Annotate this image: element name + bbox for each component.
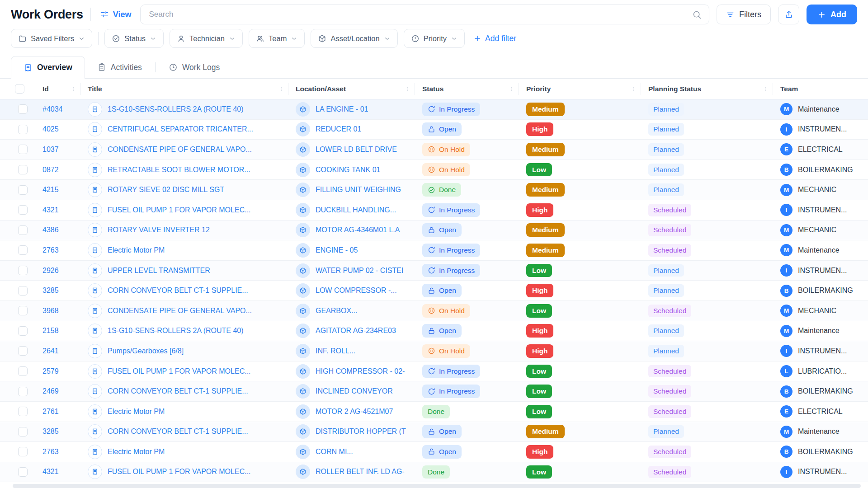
work-order-id-link[interactable]: 2641 xyxy=(42,347,59,355)
work-order-title-link[interactable]: FUSEL OIL PUMP 1 FOR VAPOR MOLEC... xyxy=(108,468,251,476)
work-order-title-link[interactable]: Electric Motor PM xyxy=(108,448,165,456)
column-menu-icon[interactable] xyxy=(508,85,515,93)
row-checkbox[interactable] xyxy=(18,125,28,134)
work-order-id-link[interactable]: 3968 xyxy=(42,307,59,315)
work-order-id-link[interactable]: 2763 xyxy=(42,448,59,456)
view-button[interactable]: View xyxy=(98,10,133,19)
row-checkbox[interactable] xyxy=(18,245,28,255)
column-menu-icon[interactable] xyxy=(762,85,769,93)
asset-link[interactable]: LOWER LD BELT DRIVE xyxy=(316,145,397,154)
tab-work-logs[interactable]: Work Logs xyxy=(156,56,232,79)
row-checkbox[interactable] xyxy=(18,346,28,356)
table-row[interactable]: 2579 FUSEL OIL PUMP 1 FOR VAPOR MOLEC...… xyxy=(0,361,868,382)
table-row[interactable]: #4034 1S-G10-SENS-ROLLERS 2A (ROUTE 40) … xyxy=(0,99,868,120)
asset-link[interactable]: DISTRIBUTOR HOPPER (T xyxy=(316,427,406,436)
asset-location-filter-dropdown[interactable]: Asset/Location xyxy=(311,29,397,48)
search-input[interactable] xyxy=(148,9,688,19)
scrollbar-thumb[interactable] xyxy=(13,484,861,488)
row-checkbox[interactable] xyxy=(18,205,28,215)
table-row[interactable]: 2641 Pumps/Gearboxes [6/8] INF. ROLL... … xyxy=(0,341,868,361)
work-order-id-link[interactable]: 0872 xyxy=(42,166,59,174)
row-checkbox[interactable] xyxy=(18,366,28,376)
tab-overview[interactable]: Overview xyxy=(11,56,85,79)
table-row[interactable]: 2763 Electric Motor PM CORN MI... Open H… xyxy=(0,442,868,462)
asset-link[interactable]: LA ENGINE - 01 xyxy=(316,105,368,113)
work-order-title-link[interactable]: 1S-G10-SENS-ROLLERS 2A (ROUTE 40) xyxy=(108,327,244,335)
work-order-id-link[interactable]: 4321 xyxy=(42,468,59,476)
work-order-title-link[interactable]: CONDENSATE PIPE OF GENERAL VAPO... xyxy=(108,145,252,154)
table-row[interactable]: 1037 CONDENSATE PIPE OF GENERAL VAPO... … xyxy=(0,140,868,160)
row-checkbox[interactable] xyxy=(18,387,28,396)
column-menu-icon[interactable] xyxy=(404,85,411,93)
row-checkbox[interactable] xyxy=(18,145,28,154)
row-checkbox[interactable] xyxy=(18,165,28,174)
table-row[interactable]: 2469 CORN CONVEYOR BELT CT-1 SUPPLIE... … xyxy=(0,381,868,402)
technician-filter-dropdown[interactable]: Technician xyxy=(170,29,243,48)
asset-link[interactable]: LOW COMPRESSOR -... xyxy=(316,286,397,295)
asset-link[interactable]: AGITATOR AG-234RE03 xyxy=(316,327,396,335)
work-order-id-link[interactable]: #4034 xyxy=(42,105,63,113)
work-order-title-link[interactable]: 1S-G10-SENS-ROLLERS 2A (ROUTE 40) xyxy=(108,105,244,113)
table-row[interactable]: 2926 UPPER LEVEL TRANSMITTER WATER PUMP … xyxy=(0,261,868,281)
select-all-checkbox[interactable] xyxy=(15,84,24,94)
table-row[interactable]: 4386 ROTARY VALVE INVERTER 12 MOTOR AG-4… xyxy=(0,221,868,241)
status-filter-dropdown[interactable]: Status xyxy=(104,29,164,48)
table-row[interactable]: 4215 ROTARY SIEVE 02 DISC MILL SGT FILLI… xyxy=(0,180,868,200)
work-order-title-link[interactable]: CONDENSATE PIPE OF GENERAL VAPO... xyxy=(108,307,252,315)
add-filter-button[interactable]: Add filter xyxy=(471,34,519,43)
work-order-id-link[interactable]: 4321 xyxy=(42,206,59,214)
row-checkbox[interactable] xyxy=(18,266,28,275)
work-order-title-link[interactable]: FUSEL OIL PUMP 1 FOR VAPOR MOLEC... xyxy=(108,206,251,214)
asset-link[interactable]: WATER PUMP 02 - CISTEI xyxy=(316,267,403,275)
asset-link[interactable]: FILLING UNIT WEIGHING xyxy=(316,186,401,194)
asset-link[interactable]: ROLLER BELT INF. LD AG- xyxy=(316,468,405,476)
priority-filter-dropdown[interactable]: Priority xyxy=(404,29,465,48)
table-row[interactable]: 4025 CENTRIFUGAL SEPARATOR TRICANTER... … xyxy=(0,120,868,140)
filters-button[interactable]: Filters xyxy=(717,5,771,24)
work-order-id-link[interactable]: 3285 xyxy=(42,427,59,436)
row-checkbox[interactable] xyxy=(18,185,28,195)
work-order-title-link[interactable]: CORN CONVEYOR BELT CT-1 SUPPLIE... xyxy=(108,387,248,395)
column-menu-icon[interactable] xyxy=(70,85,77,93)
asset-link[interactable]: MOTOR AG-4346M01 L.A xyxy=(316,226,400,234)
work-order-id-link[interactable]: 4215 xyxy=(42,186,59,194)
work-order-title-link[interactable]: CENTRIFUGAL SEPARATOR TRICANTER... xyxy=(108,125,253,133)
work-order-id-link[interactable]: 2469 xyxy=(42,387,59,395)
asset-link[interactable]: COOKING TANK 01 xyxy=(316,166,380,174)
horizontal-scrollbar[interactable] xyxy=(13,484,861,488)
work-order-id-link[interactable]: 4025 xyxy=(42,125,59,133)
table-row[interactable]: 3968 CONDENSATE PIPE OF GENERAL VAPO... … xyxy=(0,301,868,321)
asset-link[interactable]: INF. ROLL... xyxy=(316,347,355,355)
add-button[interactable]: Add xyxy=(807,5,857,24)
work-order-id-link[interactable]: 2763 xyxy=(42,246,59,254)
row-checkbox[interactable] xyxy=(18,427,28,436)
row-checkbox[interactable] xyxy=(18,447,28,456)
asset-link[interactable]: HIGH COMPRESSOR - 02- xyxy=(316,367,405,375)
work-order-title-link[interactable]: ROTARY SIEVE 02 DISC MILL SGT xyxy=(108,186,224,194)
asset-link[interactable]: GEARBOX... xyxy=(316,307,357,315)
saved-filters-dropdown[interactable]: Saved Filters xyxy=(11,29,92,48)
tab-activities[interactable]: Activities xyxy=(85,56,154,79)
row-checkbox[interactable] xyxy=(18,467,28,477)
table-row[interactable]: 2158 1S-G10-SENS-ROLLERS 2A (ROUTE 40) A… xyxy=(0,321,868,342)
work-order-id-link[interactable]: 4386 xyxy=(42,226,59,234)
work-order-title-link[interactable]: ROTARY VALVE INVERTER 12 xyxy=(108,226,210,234)
asset-link[interactable]: ENGINE - 05 xyxy=(316,246,358,254)
row-checkbox[interactable] xyxy=(18,306,28,315)
asset-link[interactable]: MOTOR 2 AG-4521M07 xyxy=(316,408,393,416)
team-filter-dropdown[interactable]: Team xyxy=(249,29,305,48)
work-order-id-link[interactable]: 2158 xyxy=(42,327,59,335)
table-row[interactable]: 3285 CORN CONVEYOR BELT CT-1 SUPPLIE... … xyxy=(0,422,868,442)
work-order-id-link[interactable]: 3285 xyxy=(42,286,59,295)
work-order-id-link[interactable]: 2761 xyxy=(42,408,59,416)
asset-link[interactable]: REDUCER 01 xyxy=(316,125,361,133)
table-row[interactable]: 3285 CORN CONVEYOR BELT CT-1 SUPPLIE... … xyxy=(0,281,868,301)
table-row[interactable]: 4321 FUSEL OIL PUMP 1 FOR VAPOR MOLEC...… xyxy=(0,200,868,221)
asset-link[interactable]: DUCKBILL HANDLING... xyxy=(316,206,396,214)
table-row[interactable]: 4321 FUSEL OIL PUMP 1 FOR VAPOR MOLEC...… xyxy=(0,462,868,483)
work-order-title-link[interactable]: CORN CONVEYOR BELT CT-1 SUPPLIE... xyxy=(108,286,248,295)
work-order-title-link[interactable]: UPPER LEVEL TRANSMITTER xyxy=(108,267,210,275)
table-row[interactable]: 2763 Electric Motor PM ENGINE - 05 In Pr… xyxy=(0,240,868,261)
column-header-status[interactable]: Status xyxy=(415,79,519,99)
column-menu-icon[interactable] xyxy=(630,85,637,93)
